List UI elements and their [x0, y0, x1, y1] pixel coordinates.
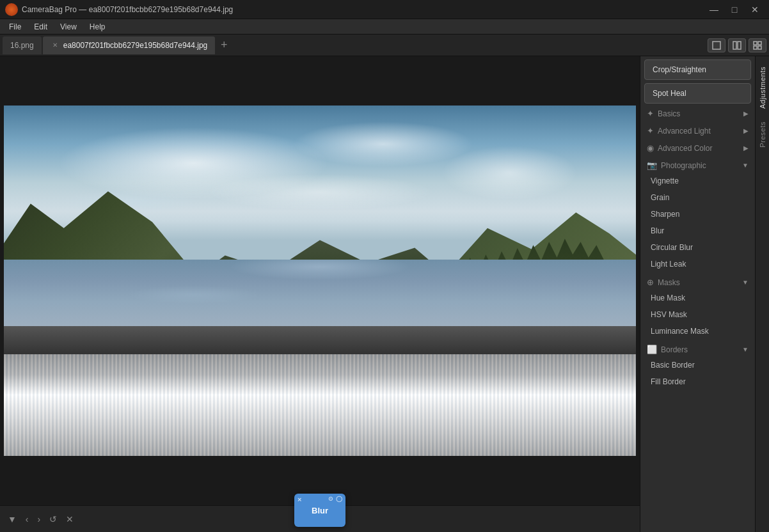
menu-edit[interactable]: Edit: [28, 21, 54, 33]
svg-rect-4: [758, 42, 761, 45]
blur-popup-label: Blur: [312, 506, 328, 515]
landscape-image: [4, 106, 636, 456]
reset-button[interactable]: ↺: [47, 513, 59, 526]
advanced-color-arrow: ▶: [743, 145, 749, 152]
svg-rect-6: [758, 46, 761, 49]
borders-arrow: ▼: [742, 346, 749, 353]
main-layout: ▼ ‹ › ↺ ✕ × ⊙ ◯ Blur Crop/Straighten Spo…: [0, 56, 769, 532]
adj-grain[interactable]: Grain: [640, 189, 755, 206]
tab-label-2: ea8007f201fbcbb6279e195b68d7e944.jpg: [63, 41, 208, 50]
adj-light-leak[interactable]: Light Leak: [640, 256, 755, 272]
svg-rect-1: [733, 42, 736, 49]
svg-rect-2: [738, 42, 741, 49]
water-reflection: [4, 260, 636, 330]
expand-button[interactable]: ▼: [5, 513, 19, 526]
section-advanced-light[interactable]: ✦ Advanced Light ▶: [640, 121, 755, 138]
spot-heal-button[interactable]: Spot Heal: [644, 83, 751, 104]
adj-vignette[interactable]: Vignette: [640, 173, 755, 189]
tab-bar: 16.png ✕ ea8007f201fbcbb6279e195b68d7e94…: [0, 35, 769, 56]
menu-help[interactable]: Help: [83, 21, 112, 33]
next-button[interactable]: ›: [35, 513, 44, 526]
basics-icon: ✦: [647, 109, 654, 118]
prev-button[interactable]: ‹: [23, 513, 31, 526]
adj-sharpen[interactable]: Sharpen: [640, 206, 755, 223]
view-split-button[interactable]: [728, 38, 746, 52]
blur-popup-close-icon[interactable]: ×: [297, 496, 301, 503]
svg-rect-3: [754, 42, 757, 45]
photographic-arrow: ▼: [742, 162, 749, 169]
photographic-icon: 📷: [647, 160, 657, 170]
view-compare-button[interactable]: [749, 38, 766, 52]
nav-controls: ▼ ‹ › ↺ ✕: [5, 513, 76, 526]
close-button[interactable]: ✕: [746, 3, 764, 16]
maximize-button[interactable]: □: [725, 3, 743, 16]
borders-icon: ⬜: [647, 345, 657, 354]
image-container: [0, 56, 640, 505]
blur-pin-icon: ⊙: [328, 496, 333, 502]
adj-blur[interactable]: Blur: [640, 223, 755, 239]
menu-view[interactable]: View: [54, 21, 83, 33]
right-panel: Crop/Straighten Spot Heal ✦ Basics ▶ ✦ A…: [640, 56, 755, 532]
app-icon: [5, 3, 18, 16]
masks-arrow: ▼: [742, 279, 749, 286]
section-basics[interactable]: ✦ Basics ▶: [640, 104, 755, 121]
side-tab-presets[interactable]: Presets: [756, 116, 769, 153]
tab-close-icon[interactable]: ✕: [51, 41, 59, 50]
tab-add-button[interactable]: +: [216, 38, 232, 53]
crop-straighten-button[interactable]: Crop/Straighten: [644, 59, 751, 80]
view-single-button[interactable]: [708, 38, 725, 52]
close-nav-button[interactable]: ✕: [63, 513, 76, 526]
section-photographic[interactable]: 📷 Photographic ▼: [640, 155, 755, 173]
title-bar-left: CameraBag Pro — ea8007f201fbcbb6279e195b…: [5, 3, 233, 16]
tab-16png[interactable]: 16.png: [3, 36, 42, 54]
title-bar-title: CameraBag Pro — ea8007f201fbcbb6279e195b…: [22, 5, 233, 14]
svg-rect-5: [754, 46, 757, 49]
blur-popup[interactable]: × ⊙ ◯ Blur: [294, 494, 345, 527]
side-tab-adjustments[interactable]: Adjustments: [756, 61, 769, 114]
adj-luminance-mask[interactable]: Luminance Mask: [640, 323, 755, 340]
masks-label: Masks: [658, 278, 680, 287]
canvas-area: ▼ ‹ › ↺ ✕ × ⊙ ◯ Blur: [0, 56, 640, 532]
advanced-light-label: Advanced Light: [658, 127, 711, 136]
side-tabs: Adjustments Presets: [755, 56, 769, 532]
basics-label: Basics: [658, 109, 680, 118]
photographic-label: Photographic: [661, 161, 706, 170]
minimize-button[interactable]: —: [705, 3, 723, 16]
advanced-color-icon: ◉: [647, 143, 654, 153]
adj-basic-border[interactable]: Basic Border: [640, 357, 755, 373]
section-masks[interactable]: ⊕ Masks ▼: [640, 272, 755, 290]
title-bar-controls[interactable]: — □ ✕: [705, 3, 764, 16]
section-borders[interactable]: ⬜ Borders ▼: [640, 340, 755, 357]
waterfall-texture: [4, 354, 636, 456]
adj-hue-mask[interactable]: Hue Mask: [640, 290, 755, 306]
advanced-light-icon: ✦: [647, 126, 654, 136]
dam-wall: [4, 326, 636, 354]
adj-circular-blur[interactable]: Circular Blur: [640, 239, 755, 256]
advanced-color-label: Advanced Color: [658, 144, 712, 153]
menu-file[interactable]: File: [3, 21, 28, 33]
section-advanced-color[interactable]: ◉ Advanced Color ▶: [640, 138, 755, 155]
blur-power-icon: ◯: [336, 496, 342, 502]
advanced-light-arrow: ▶: [743, 127, 749, 134]
adj-fill-border[interactable]: Fill Border: [640, 373, 755, 390]
svg-rect-0: [713, 42, 720, 49]
title-bar: CameraBag Pro — ea8007f201fbcbb6279e195b…: [0, 0, 769, 19]
masks-icon: ⊕: [647, 278, 654, 287]
borders-label: Borders: [661, 345, 688, 354]
view-controls: [708, 38, 766, 52]
menu-bar: File Edit View Help: [0, 19, 769, 35]
tab-main-jpg[interactable]: ✕ ea8007f201fbcbb6279e195b68d7e944.jpg: [43, 36, 216, 54]
tab-label-1: 16.png: [10, 41, 34, 50]
bottom-bar: ▼ ‹ › ↺ ✕ × ⊙ ◯ Blur: [0, 505, 640, 532]
adj-hsv-mask[interactable]: HSV Mask: [640, 306, 755, 323]
basics-arrow: ▶: [743, 110, 749, 117]
blur-popup-actions: ⊙ ◯: [328, 496, 342, 502]
